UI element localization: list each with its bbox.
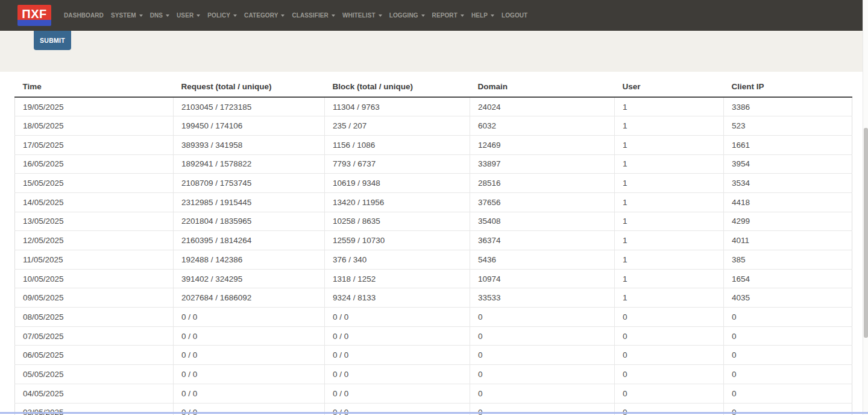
nav-item-logging[interactable]: LOGGING bbox=[386, 12, 429, 19]
nav-item-policy[interactable]: POLICY bbox=[204, 12, 241, 19]
nav-item-whitelist[interactable]: WHITELIST bbox=[339, 12, 386, 19]
chevron-down-icon bbox=[197, 14, 200, 17]
nav-item-dashboard[interactable]: DASHBOARD bbox=[60, 12, 107, 19]
chevron-down-icon bbox=[233, 14, 237, 17]
table-cell: 0 bbox=[724, 384, 852, 403]
table-cell: 0 bbox=[470, 384, 615, 403]
table-cell: 1 bbox=[615, 192, 724, 212]
table-cell: 35408 bbox=[470, 212, 615, 231]
nav-item-label: CLASSIFIER bbox=[292, 12, 328, 19]
nav-item-label: SYSTEM bbox=[111, 12, 136, 19]
nav-item-logout[interactable]: LOGOUT bbox=[498, 12, 531, 19]
scrollbar[interactable] bbox=[863, 0, 868, 415]
table-cell: 0 bbox=[470, 308, 615, 327]
table-row: 16/05/20251892941 / 15788227793 / 673733… bbox=[15, 154, 852, 174]
nav-item-classifier[interactable]: CLASSIFIER bbox=[288, 12, 338, 19]
table-cell: 0 / 0 bbox=[174, 326, 325, 346]
table-cell: 0 bbox=[724, 365, 852, 384]
nav-item-help[interactable]: HELP bbox=[468, 12, 498, 19]
nav-item-dns[interactable]: DNS bbox=[146, 12, 173, 19]
table-cell: 199450 / 174106 bbox=[174, 116, 325, 136]
table-cell: 1 bbox=[615, 135, 724, 154]
table-cell: 3386 bbox=[724, 97, 852, 116]
table-cell: 1318 / 1252 bbox=[325, 269, 470, 288]
nav-item-label: DNS bbox=[150, 12, 163, 19]
app-logo[interactable]: ΠXF bbox=[17, 5, 51, 26]
table-cell: 1661 bbox=[724, 135, 852, 154]
table-cell: 1 bbox=[615, 116, 724, 136]
nav-item-label: LOGGING bbox=[389, 12, 418, 19]
table-cell: 28516 bbox=[470, 174, 615, 193]
table-cell: 05/05/2025 bbox=[15, 365, 174, 384]
navbar: ΠXF DASHBOARDSYSTEMDNSUSERPOLICYCATEGORY… bbox=[0, 0, 863, 31]
table-cell: 192488 / 142386 bbox=[174, 250, 325, 270]
table-cell: 18/05/2025 bbox=[15, 116, 174, 136]
table-cell: 36374 bbox=[470, 231, 615, 250]
table-row: 15/05/20252108709 / 175374510619 / 93482… bbox=[15, 174, 852, 193]
table-cell: 0 / 0 bbox=[174, 365, 325, 384]
table-cell: 7793 / 6737 bbox=[325, 154, 470, 174]
nav-item-label: LOGOUT bbox=[502, 12, 527, 19]
table-cell: 17/05/2025 bbox=[15, 135, 174, 154]
table-row: 10/05/2025391402 / 3242951318 / 12521097… bbox=[15, 269, 852, 288]
chevron-down-icon bbox=[491, 14, 494, 17]
nav-item-label: HELP bbox=[471, 12, 488, 19]
nav-menu: DASHBOARDSYSTEMDNSUSERPOLICYCATEGORYCLAS… bbox=[60, 0, 531, 31]
table-cell: 11/05/2025 bbox=[15, 250, 174, 270]
table-cell: 4418 bbox=[724, 192, 852, 212]
table-cell: 24024 bbox=[470, 97, 615, 116]
nav-item-label: DASHBOARD bbox=[64, 12, 104, 19]
scrollbar-thumb[interactable] bbox=[864, 128, 868, 338]
table-cell: 12559 / 10730 bbox=[325, 231, 470, 250]
table-cell: 37656 bbox=[470, 192, 615, 212]
chevron-down-icon bbox=[379, 14, 382, 17]
table-cell: 0 bbox=[724, 346, 852, 365]
table-cell: 19/05/2025 bbox=[15, 97, 174, 116]
chevron-down-icon bbox=[332, 14, 335, 17]
table-cell: 2160395 / 1814264 bbox=[174, 231, 325, 250]
nav-item-label: POLICY bbox=[207, 12, 230, 19]
table-cell: 33897 bbox=[470, 154, 615, 174]
table-cell: 0 bbox=[724, 326, 852, 346]
nav-item-user[interactable]: USER bbox=[173, 12, 204, 19]
nav-item-report[interactable]: REPORT bbox=[429, 12, 468, 19]
chevron-down-icon bbox=[166, 14, 169, 17]
table-cell: 0 bbox=[724, 308, 852, 327]
column-header: Domain bbox=[470, 77, 615, 97]
submit-button[interactable]: SUBMIT bbox=[34, 31, 71, 50]
table-cell: 0 / 0 bbox=[325, 346, 470, 365]
table-cell: 10/05/2025 bbox=[15, 269, 174, 288]
table-cell: 0 bbox=[615, 384, 724, 403]
table-cell: 0 bbox=[470, 326, 615, 346]
table-cell: 2027684 / 1686092 bbox=[174, 288, 325, 308]
table-cell: 0 / 0 bbox=[325, 308, 470, 327]
table-cell: 235 / 207 bbox=[325, 116, 470, 136]
report-table-container: TimeRequest (total / unique)Block (total… bbox=[14, 77, 852, 415]
table-cell: 1 bbox=[615, 212, 724, 231]
column-header: Request (total / unique) bbox=[174, 77, 325, 97]
table-cell: 385 bbox=[724, 250, 852, 270]
table-cell: 0 / 0 bbox=[174, 384, 325, 403]
table-cell: 0 bbox=[470, 346, 615, 365]
table-cell: 4011 bbox=[724, 231, 852, 250]
table-cell: 16/05/2025 bbox=[15, 154, 174, 174]
app-logo-text: ΠXF bbox=[22, 5, 47, 24]
table-cell: 09/05/2025 bbox=[15, 288, 174, 308]
table-cell: 1 bbox=[615, 288, 724, 308]
table-cell: 0 bbox=[470, 365, 615, 384]
nav-item-system[interactable]: SYSTEM bbox=[107, 12, 146, 19]
table-cell: 389393 / 341958 bbox=[174, 135, 325, 154]
table-row: 06/05/20250 / 00 / 0000 bbox=[15, 346, 852, 365]
table-cell: 3534 bbox=[724, 174, 852, 193]
table-cell: 1892941 / 1578822 bbox=[174, 154, 325, 174]
nav-item-category[interactable]: CATEGORY bbox=[241, 12, 288, 19]
table-cell: 6032 bbox=[470, 116, 615, 136]
table-row: 05/05/20250 / 00 / 0000 bbox=[15, 365, 852, 384]
table-header-row: TimeRequest (total / unique)Block (total… bbox=[15, 77, 852, 97]
table-row: 11/05/2025192488 / 142386376 / 340543613… bbox=[15, 250, 852, 270]
table-cell: 1 bbox=[615, 269, 724, 288]
table-cell: 1 bbox=[615, 154, 724, 174]
nav-item-label: USER bbox=[177, 12, 193, 19]
nav-item-label: CATEGORY bbox=[244, 12, 278, 19]
table-row: 12/05/20252160395 / 181426412559 / 10730… bbox=[15, 231, 852, 250]
